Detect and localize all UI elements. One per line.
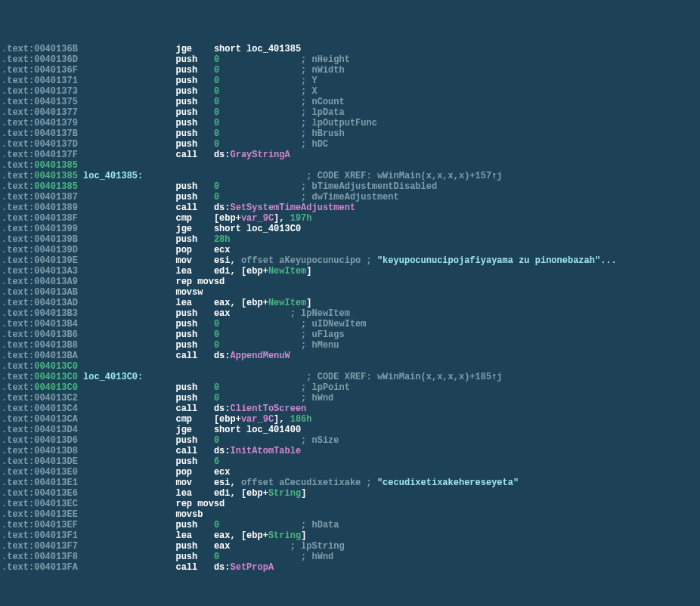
asm-line[interactable]: .text:004013C0 loc_4013C0: ; CODE XREF: … [2, 372, 698, 382]
address: 004013AB [34, 287, 78, 298]
segment-name: .text: [2, 340, 34, 351]
asm-line[interactable]: .text:00401375 push 0 ; nCount [2, 97, 698, 107]
asm-line[interactable]: .text:004013F1 lea eax, [ebp+String] [2, 530, 698, 541]
asm-line[interactable]: .text:004013C2 push 0 ; hWnd [2, 393, 698, 403]
comment: ; nCount [301, 97, 345, 107]
operand: 0 [214, 319, 219, 329]
asm-line[interactable]: .text:004013EE movsb [2, 509, 698, 520]
operand: GrayStringA [230, 150, 290, 160]
operand: ds [214, 351, 225, 361]
operand: ebp [246, 298, 263, 308]
comment: ; lpPoint [301, 382, 350, 393]
asm-line[interactable]: .text:004013AB movsw [2, 287, 698, 298]
address: 004013A9 [34, 277, 78, 287]
segment-name: .text: [2, 520, 34, 530]
operand: 0 [214, 181, 219, 192]
asm-line[interactable]: .text:004013D8 call ds:InitAtomTable [2, 446, 698, 456]
operand: ecx [214, 467, 231, 478]
mnemonic: call [175, 446, 213, 456]
segment-name: .text: [2, 266, 34, 277]
operand: , [279, 213, 290, 224]
asm-line[interactable]: .text:0040136F push 0 ; nWidth [2, 65, 698, 76]
asm-line[interactable]: .text:00401379 push 0 ; lpOutputFunc [2, 118, 698, 128]
mnemonic: push [175, 97, 213, 107]
asm-line[interactable]: .text:00401385 [2, 160, 698, 171]
operand: [ [241, 530, 246, 541]
asm-line[interactable]: .text:004013D4 jge short loc_401400 [2, 425, 698, 435]
asm-line[interactable]: .text:004013C0 push 0 ; lpPoint [2, 382, 698, 393]
asm-line[interactable]: .text:0040137D push 0 ; hDC [2, 139, 698, 150]
asm-line[interactable]: .text:0040139E mov esi, offset aKeyupocu… [2, 255, 698, 266]
asm-line[interactable]: .text:00401373 push 0 ; X [2, 86, 698, 97]
operand: "cecudixetixakehereseyeta" [377, 478, 519, 488]
operand: esi [214, 478, 231, 488]
asm-line[interactable]: .text:004013D6 push 0 ; nSize [2, 435, 698, 446]
asm-line[interactable]: .text:00401385 push 0 ; bTimeAdjustmentD… [2, 181, 698, 192]
asm-line[interactable]: .text:00401399 jge short loc_4013C0 [2, 224, 698, 234]
asm-line[interactable]: .text:0040137B push 0 ; hBrush [2, 128, 698, 139]
asm-line[interactable]: .text:0040136D push 0 ; nHeight [2, 54, 698, 65]
mnemonic: call [175, 351, 213, 361]
asm-line[interactable]: .text:0040138F cmp [ebp+var_9C], 197h [2, 213, 698, 224]
asm-line[interactable]: .text:004013B3 push eax ; lpNewItem [2, 308, 698, 319]
operand: SetSystemTimeAdjustment [230, 203, 355, 213]
comment: ; hData [301, 520, 339, 530]
segment-name: .text: [2, 456, 34, 467]
asm-line[interactable]: .text:00401371 push 0 ; Y [2, 76, 698, 86]
asm-line[interactable]: .text:004013C0 [2, 361, 698, 372]
comment: ; hWnd [301, 393, 333, 403]
asm-line[interactable]: .text:004013FA call ds:SetPropA [2, 562, 698, 573]
code-listing[interactable]: .text:0040136B jge short loc_401385.text… [2, 44, 698, 573]
comment: ; nSize [301, 435, 339, 446]
asm-line[interactable]: .text:004013AD lea eax, [ebp+NewItem] [2, 298, 698, 308]
asm-line[interactable]: .text:00401389 call ds:SetSystemTimeAdju… [2, 203, 698, 213]
asm-line[interactable]: .text:0040139D pop ecx [2, 245, 698, 255]
segment-name: .text: [2, 213, 34, 224]
operand: short loc_401400 [214, 425, 301, 435]
segment-name: .text: [2, 245, 34, 255]
asm-line[interactable]: .text:004013A9 rep movsd [2, 277, 698, 287]
asm-line[interactable]: .text:004013EC rep movsd [2, 499, 698, 509]
operand: edi [214, 266, 231, 277]
asm-line[interactable]: .text:0040139B push 28h [2, 234, 698, 245]
asm-line[interactable]: .text:004013B6 push 0 ; uFlags [2, 329, 698, 340]
comment: ; hDC [301, 139, 328, 150]
asm-line[interactable]: .text:00401387 push 0 ; dwTimeAdjustment [2, 192, 698, 203]
asm-line[interactable]: .text:004013EF push 0 ; hData [2, 520, 698, 530]
asm-line[interactable]: .text:0040136B jge short loc_401385 [2, 44, 698, 54]
mnemonic: push [175, 340, 213, 351]
address: 0040139D [34, 245, 78, 255]
asm-line[interactable]: .text:004013B8 push 0 ; hMenu [2, 340, 698, 351]
asm-line[interactable]: .text:004013A3 lea edi, [ebp+NewItem] [2, 266, 698, 277]
asm-line[interactable]: .text:004013CA cmp [ebp+var_9C], 186h [2, 414, 698, 425]
asm-line[interactable]: .text:004013E0 pop ecx [2, 467, 698, 478]
code-label[interactable]: loc_401385: [83, 171, 143, 181]
mnemonic: lea [175, 530, 213, 541]
asm-line[interactable]: .text:004013F7 push eax ; lpString [2, 541, 698, 552]
operand: 0 [214, 552, 219, 562]
mnemonic: movsb [175, 509, 203, 520]
operand: ds [214, 150, 225, 160]
address: 00401385 [34, 171, 78, 181]
asm-line[interactable]: .text:004013E1 mov esi, offset aCecudixe… [2, 478, 698, 488]
asm-line[interactable]: .text:004013B4 push 0 ; uIDNewItem [2, 319, 698, 329]
asm-line[interactable]: .text:004013DE push 6 [2, 456, 698, 467]
address: 00401375 [34, 97, 78, 107]
asm-line[interactable]: .text:004013F8 push 0 ; hWnd [2, 552, 698, 562]
operand: 197h [290, 213, 312, 224]
operand: eax [214, 308, 231, 319]
address: 004013B4 [34, 319, 78, 329]
code-label[interactable]: loc_4013C0: [83, 372, 143, 382]
address: 00401377 [34, 107, 78, 118]
asm-line[interactable]: .text:00401377 push 0 ; lpData [2, 107, 698, 118]
mnemonic: call [175, 562, 213, 573]
asm-line[interactable]: .text:00401385 loc_401385: ; CODE XREF: … [2, 171, 698, 181]
segment-name: .text: [2, 361, 34, 372]
asm-line[interactable]: .text:004013C4 call ds:ClientToScreen [2, 403, 698, 414]
asm-line[interactable]: .text:004013E6 lea edi, [ebp+String] [2, 488, 698, 499]
segment-name: .text: [2, 192, 34, 203]
address: 004013F8 [34, 552, 78, 562]
asm-line[interactable]: .text:004013BA call ds:AppendMenuW [2, 351, 698, 361]
mnemonic: push [175, 118, 213, 128]
asm-line[interactable]: .text:0040137F call ds:GrayStringA [2, 150, 698, 160]
